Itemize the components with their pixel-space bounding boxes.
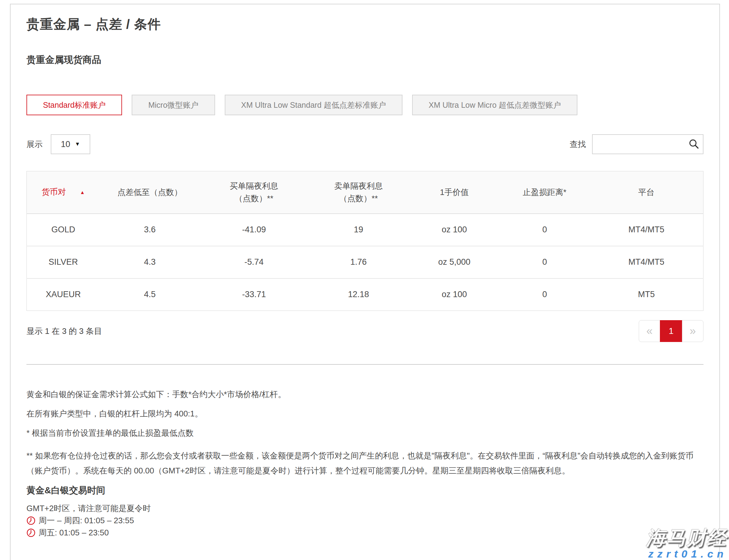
cell-stop-level: 0 [499,246,589,278]
session-row-friday: 周五: 01:05 – 23:50 [26,528,703,537]
cell-lot-value: oz 100 [409,214,499,246]
trading-hours-heading: 黄金&白银交易时间 [26,484,703,497]
section-divider [26,364,703,365]
entries-summary: 显示 1 在 3 的 3 条目 [26,326,102,337]
swap-footnote: ** 如果您有仓位持仓过夜的话，那么您会支付或者获取一些金额，该金额便是两个货币… [26,448,703,478]
chevron-down-icon: ▼ [75,141,80,147]
search-icon [689,139,699,149]
footnotes: 黄金和白银的保证金需求计算公式如下：手数*合约大小*市场价格/杠杆。 在所有账户… [26,389,703,478]
pagination-page-1-button[interactable]: 1 [660,320,682,342]
pagination-next-button[interactable]: » [682,320,703,342]
page-subtitle: 贵重金属现货商品 [26,54,703,66]
account-type-tabs: Standard标准账户 Micro微型账户 XM Ultra Low Stan… [26,95,703,115]
tab-ultra-low-standard-account[interactable]: XM Ultra Low Standard 超低点差标准账户 [225,95,402,115]
pagination: « 1 » [639,320,703,342]
cell-spread: 3.6 [100,214,200,246]
column-header-symbol-label: 货币对 [42,187,66,197]
show-entries-label: 展示 [26,139,43,150]
cell-lot-value: oz 5,000 [409,246,499,278]
page-size-dropdown[interactable]: 10 ▼ [51,134,90,154]
cell-platform: MT4/MT5 [589,214,703,246]
column-header-stop-level[interactable]: 止盈损距离* [499,171,589,214]
table-controls: 展示 10 ▼ 查找 [26,134,703,154]
page-title: 贵重金属 – 点差 / 条件 [26,16,703,33]
cell-symbol: SILVER [27,246,100,278]
cell-swap-long: -41.09 [200,214,308,246]
cell-swap-short: 1.76 [308,246,409,278]
cell-swap-long: -5.74 [200,246,308,278]
tab-ultra-low-micro-account[interactable]: XM Ultra Low Micro 超低点差微型账户 [412,95,577,115]
column-header-symbol[interactable]: 货币对▲ [27,171,100,214]
tab-standard-account[interactable]: Standard标准账户 [26,95,122,115]
table-footer: 显示 1 在 3 的 3 条目 « 1 » [26,320,703,342]
pagination-prev-button[interactable]: « [639,320,660,342]
cell-swap-long: -33.71 [200,278,308,311]
cell-lot-value: oz 100 [409,278,499,311]
session-row-weekdays: 周一 – 周四: 01:05 – 23:55 [26,516,703,525]
timezone-note: GMT+2时区，请注意可能是夏令时 [26,504,703,513]
cell-swap-short: 19 [308,214,409,246]
column-header-swap-short[interactable]: 卖单隔夜利息 （点数）** [308,171,409,214]
table-row-gold: GOLD 3.6 -41.09 19 oz 100 0 MT4/MT5 [27,214,703,246]
cell-platform: MT4/MT5 [589,246,703,278]
column-header-spread[interactable]: 点差低至（点数） [100,171,200,214]
table-row-xaueur: XAUEUR 4.5 -33.71 12.18 oz 100 0 MT5 [27,278,703,311]
cell-symbol: GOLD [27,214,100,246]
spreads-table: 货币对▲ 点差低至（点数） 买单隔夜利息 （点数）** 卖单隔夜利息 （点数）*… [26,171,703,311]
page-size-value: 10 [61,140,70,149]
search-box [592,134,703,154]
leverage-note: 在所有账户类型中，白银的杠杆上限均为 400:1。 [26,408,703,419]
sort-asc-icon: ▲ [80,186,85,199]
cell-stop-level: 0 [499,214,589,246]
cell-platform: MT5 [589,278,703,311]
session-weekdays-label: 周一 – 周四: 01:05 – 23:55 [39,516,134,525]
stop-level-footnote: * 根据当前市价设置挂单的最低止损盈最低点数 [26,428,703,438]
cell-swap-short: 12.18 [308,278,409,311]
cell-symbol: XAUEUR [27,278,100,311]
search-label: 查找 [570,139,586,150]
cell-spread: 4.3 [100,246,200,278]
cell-spread: 4.5 [100,278,200,311]
page-frame: 贵重金属 – 点差 / 条件 贵重金属现货商品 Standard标准账户 Mic… [10,4,720,560]
cell-stop-level: 0 [499,278,589,311]
search-input[interactable] [592,134,703,154]
clock-icon [26,528,36,537]
column-header-swap-long[interactable]: 买单隔夜利息 （点数）** [200,171,308,214]
tab-micro-account[interactable]: Micro微型账户 [132,95,215,115]
clock-icon [26,516,36,525]
session-friday-label: 周五: 01:05 – 23:50 [39,528,109,537]
margin-formula-note: 黄金和白银的保证金需求计算公式如下：手数*合约大小*市场价格/杠杆。 [26,389,703,400]
column-header-lot-value[interactable]: 1手价值 [409,171,499,214]
table-row-silver: SILVER 4.3 -5.74 1.76 oz 5,000 0 MT4/MT5 [27,246,703,278]
column-header-platform[interactable]: 平台 [589,171,703,214]
table-header-row: 货币对▲ 点差低至（点数） 买单隔夜利息 （点数）** 卖单隔夜利息 （点数）*… [27,171,703,214]
